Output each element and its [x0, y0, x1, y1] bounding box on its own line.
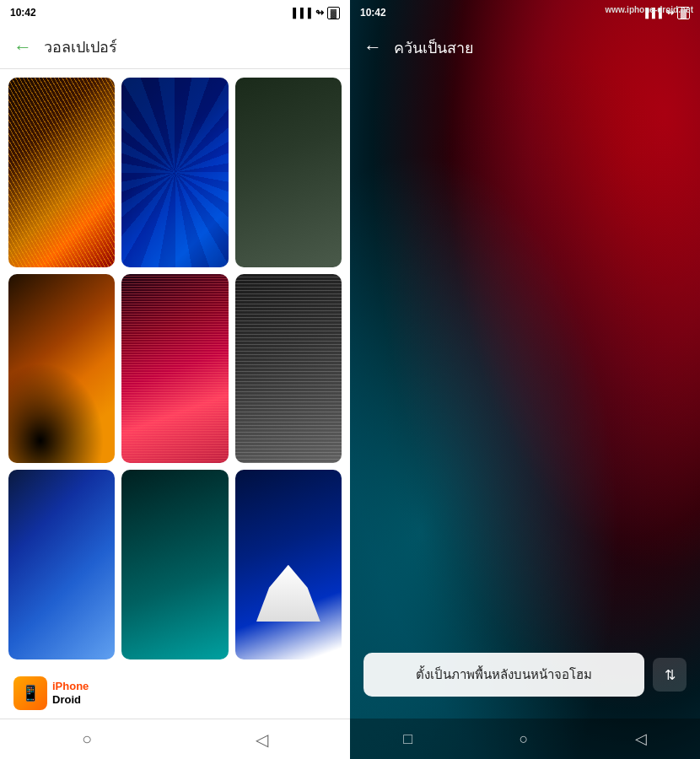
header-right: ← ควันเป็นสาย [350, 25, 700, 69]
back-nav-icon-right[interactable]: ◁ [635, 729, 647, 748]
wifi-icon-left: ↬ [315, 7, 324, 19]
options-button[interactable]: ⇅ [653, 658, 687, 692]
logo-droid-text: Droid [52, 693, 89, 707]
wallpaper-item-4[interactable] [8, 274, 115, 464]
right-panel: 10:42 www.iphone-droid.net ▐▐▐ ↬ ▓ ← ควั… [350, 0, 700, 759]
wallpaper-item-6[interactable] [235, 274, 342, 464]
logo-text: iPhone Droid [52, 680, 89, 706]
wallpaper-grid [0, 69, 350, 668]
wallpaper-item-2[interactable] [121, 78, 228, 267]
home-nav-icon-right[interactable]: ○ [519, 730, 528, 748]
options-icon: ⇅ [665, 667, 676, 683]
bottom-action-area: ตั้งเป็นภาพพื้นหลังบนหน้าจอโฮม ⇅ [350, 639, 700, 710]
status-bar-right: 10:42 www.iphone-droid.net ▐▐▐ ↬ ▓ [350, 0, 700, 25]
iphone-droid-logo: 📱 iPhone Droid [13, 676, 89, 710]
wallpaper-item-9[interactable] [235, 470, 342, 659]
time-right: 10:42 [360, 7, 386, 19]
signal-icon-left: ▐▐▐ [289, 8, 311, 18]
website-label: www.iphone-droid.net [605, 5, 693, 14]
wallpaper-item-7[interactable] [8, 470, 115, 659]
wallpaper-preview-area [350, 69, 700, 639]
logo-iphone-text: iPhone [52, 680, 89, 693]
battery-icon-left: ▓ [327, 7, 340, 19]
logo-icon: 📱 [13, 676, 47, 710]
time-left: 10:42 [10, 7, 36, 19]
nav-bar-left: ○ ◁ [0, 719, 350, 759]
status-bar-left: 10:42 ▐▐▐ ↬ ▓ [0, 0, 350, 25]
watermark-area: 📱 iPhone Droid [0, 668, 350, 719]
nav-bar-right: □ ○ ◁ [350, 719, 700, 759]
header-left: ← วอลเปเปอร์ [0, 25, 350, 69]
status-icons-left: ▐▐▐ ↬ ▓ [289, 7, 340, 19]
home-nav-icon[interactable]: ○ [82, 729, 92, 749]
back-button-left[interactable]: ← [13, 36, 32, 58]
wallpaper-item-3[interactable] [235, 78, 342, 267]
back-nav-icon[interactable]: ◁ [256, 729, 268, 750]
page-title-left: วอลเปเปอร์ [44, 35, 117, 59]
wallpaper-item-5[interactable] [121, 274, 228, 464]
right-content: 10:42 www.iphone-droid.net ▐▐▐ ↬ ▓ ← ควั… [350, 0, 700, 759]
wallpaper-item-1[interactable] [8, 78, 115, 267]
square-nav-icon[interactable]: □ [403, 730, 412, 748]
back-button-right[interactable]: ← [363, 36, 382, 58]
page-title-right: ควันเป็นสาย [394, 35, 474, 60]
left-panel: 10:42 ▐▐▐ ↬ ▓ ← วอลเปเปอร์ [0, 0, 350, 759]
set-wallpaper-button[interactable]: ตั้งเป็นภาพพื้นหลังบนหน้าจอโฮม [363, 653, 644, 697]
wallpaper-item-8[interactable] [121, 470, 228, 659]
